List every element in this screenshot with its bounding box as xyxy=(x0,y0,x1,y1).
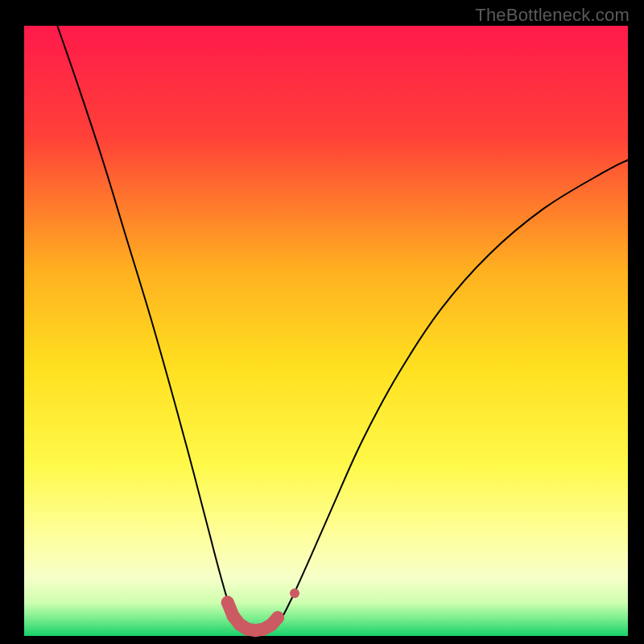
optimum-marker xyxy=(271,611,284,624)
optimum-marker xyxy=(221,596,234,609)
bottleneck-chart xyxy=(0,0,644,644)
chart-container: TheBottleneck.com xyxy=(0,0,644,644)
watermark: TheBottleneck.com xyxy=(475,5,630,26)
optimum-marker xyxy=(290,588,299,598)
plot-area xyxy=(24,26,628,637)
gradient-background xyxy=(24,26,628,636)
